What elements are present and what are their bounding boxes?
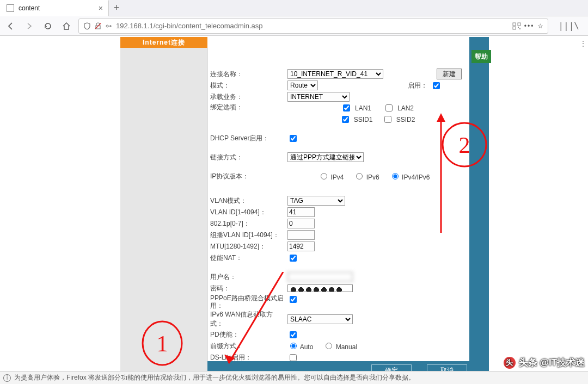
form-panel: 连接名称： 10_INTERNET_R_VID_41 新建 模式： Route … bbox=[207, 48, 469, 361]
url-bar[interactable]: 192.168.1.1/cgi-bin/content_telecomadmin… bbox=[78, 18, 548, 34]
firefox-info-bar: i 为提高用户体验，Firefox 将发送部分功能的使用情况给我们，用于进一步优… bbox=[0, 371, 588, 384]
input-vlanid[interactable] bbox=[287, 207, 315, 217]
checkbox-lan2[interactable] bbox=[385, 104, 393, 112]
checkbox-dslite[interactable] bbox=[290, 354, 297, 361]
label-mcvlan: 组播VLAN ID[1-4094]： bbox=[210, 231, 287, 240]
select-link[interactable]: 通过PPP方式建立链接 bbox=[287, 152, 364, 162]
qr-icon[interactable] bbox=[512, 22, 521, 30]
svg-rect-4 bbox=[513, 27, 516, 29]
new-tab-button[interactable]: + bbox=[109, 2, 124, 14]
new-button[interactable]: 新建 bbox=[437, 69, 462, 79]
label-bind: 绑定选项： bbox=[210, 103, 287, 112]
sidebar: Internet连接 bbox=[120, 37, 207, 361]
checkbox-pd[interactable] bbox=[290, 331, 297, 338]
select-service[interactable]: INTERNET bbox=[287, 92, 350, 102]
permission-icon bbox=[105, 22, 113, 30]
url-text: 192.168.1.1/cgi-bin/content_telecomadmin… bbox=[116, 22, 509, 30]
toolbar-right: |||\ bbox=[554, 21, 584, 31]
svg-rect-3 bbox=[518, 23, 520, 26]
select-conn-name[interactable]: 10_INTERNET_R_VID_41 bbox=[287, 69, 383, 79]
label-nat: 使能NAT： bbox=[210, 253, 287, 263]
nav-reload-button[interactable] bbox=[41, 20, 54, 33]
more-icon[interactable]: ••• bbox=[524, 22, 535, 30]
nav-forward-button[interactable] bbox=[23, 20, 36, 33]
checkbox-ssid2[interactable] bbox=[384, 116, 391, 123]
label-prefix: 前缀方式： bbox=[210, 342, 287, 351]
shield-icon bbox=[83, 22, 91, 30]
input-user[interactable] bbox=[287, 272, 353, 282]
checkbox-ssid1[interactable] bbox=[342, 116, 349, 123]
label-dhcp: DHCP Server启用： bbox=[210, 134, 287, 143]
right-column bbox=[469, 37, 489, 361]
nav-home-button[interactable] bbox=[60, 20, 73, 33]
favicon-icon bbox=[7, 4, 14, 12]
label-link: 链接方式： bbox=[210, 153, 287, 162]
svg-rect-5 bbox=[518, 27, 519, 28]
checkbox-nat[interactable] bbox=[290, 255, 297, 262]
radio-manual-wrap[interactable]: Manual bbox=[323, 341, 357, 351]
svg-point-1 bbox=[106, 25, 108, 27]
select-mode[interactable]: Route bbox=[287, 80, 318, 90]
label-ssid1: SSID1 bbox=[354, 116, 379, 123]
nav-toolbar: 192.168.1.1/cgi-bin/content_telecomadmin… bbox=[0, 16, 588, 36]
help-button[interactable]: 帮助 bbox=[471, 50, 491, 63]
library-icon[interactable]: |||\ bbox=[558, 21, 579, 31]
label-user: 用户名： bbox=[210, 272, 287, 282]
info-icon: i bbox=[3, 374, 11, 382]
checkbox-pppoe[interactable] bbox=[290, 296, 297, 303]
radio-ipv4-wrap[interactable]: IPv4 bbox=[318, 171, 344, 181]
select-v6wan[interactable]: SLAAC bbox=[287, 314, 353, 324]
select-vlanmode[interactable]: TAG bbox=[287, 196, 345, 206]
label-pd: PD使能： bbox=[210, 330, 287, 339]
label-lan1: LAN1 bbox=[355, 104, 380, 112]
label-ipver: IP协议版本： bbox=[210, 172, 287, 181]
watermark: 头 头条 @IT技术迷 bbox=[504, 356, 585, 369]
watermark-text: 头条 @IT技术迷 bbox=[519, 356, 585, 369]
sidebar-header: Internet连接 bbox=[120, 37, 207, 48]
label-vlanmode: VLAN模式： bbox=[210, 196, 287, 206]
label-v6wan: IPv6 WAN信息获取方式： bbox=[210, 310, 287, 329]
input-8021p[interactable] bbox=[287, 219, 315, 228]
label-enable: 启用： bbox=[408, 81, 427, 90]
bookmark-star-icon[interactable]: ☆ bbox=[537, 22, 543, 30]
label-service: 承载业务： bbox=[210, 92, 287, 102]
svg-rect-6 bbox=[519, 28, 520, 29]
input-mcvlan[interactable] bbox=[287, 230, 315, 240]
radio-auto-wrap[interactable]: Auto bbox=[287, 341, 313, 351]
tab-title: content bbox=[19, 4, 94, 12]
radio-ipboth-wrap[interactable]: IPv4/IPv6 bbox=[389, 171, 430, 181]
label-pppoe: PPPoE路由桥混合模式启用： bbox=[210, 294, 287, 309]
label-lan2: LAN2 bbox=[397, 104, 414, 112]
checkbox-dhcp[interactable] bbox=[290, 135, 297, 142]
label-dslite: DS-Lite启用： bbox=[210, 353, 287, 362]
no-lock-icon bbox=[94, 22, 102, 30]
close-tab-icon[interactable]: × bbox=[99, 4, 103, 13]
label-ssid2: SSID2 bbox=[396, 116, 415, 123]
tab-strip: content × + bbox=[0, 0, 588, 16]
browser-chrome: content × + 192.168.1.1/cgi-bin/content_… bbox=[0, 0, 588, 36]
checkbox-enable[interactable] bbox=[433, 82, 440, 89]
checkbox-lan1[interactable] bbox=[343, 104, 350, 112]
radio-ipv6-wrap[interactable]: IPv6 bbox=[353, 171, 379, 181]
label-conn-name: 连接名称： bbox=[210, 70, 287, 79]
watermark-logo-icon: 头 bbox=[504, 357, 516, 369]
input-password[interactable] bbox=[287, 284, 353, 292]
label-mode: 模式： bbox=[210, 81, 287, 90]
label-8021p: 802.1p[0-7]： bbox=[210, 219, 287, 228]
info-bar-text: 为提高用户体验，Firefox 将发送部分功能的使用情况给我们，用于进一步优化火… bbox=[14, 373, 415, 382]
browser-tab[interactable]: content × bbox=[0, 0, 109, 16]
page-body: Internet连接 帮助 连接名称： 10_INTERNET_R_VID_41… bbox=[0, 36, 588, 384]
svg-rect-2 bbox=[513, 23, 516, 26]
nav-back-button[interactable] bbox=[4, 20, 17, 33]
input-mtu[interactable] bbox=[287, 241, 315, 251]
label-mtu: MTU[1280-1492]： bbox=[210, 242, 287, 251]
label-vlanid: VLAN ID[1-4094]： bbox=[210, 208, 287, 217]
label-pwd: 密码： bbox=[210, 284, 287, 293]
